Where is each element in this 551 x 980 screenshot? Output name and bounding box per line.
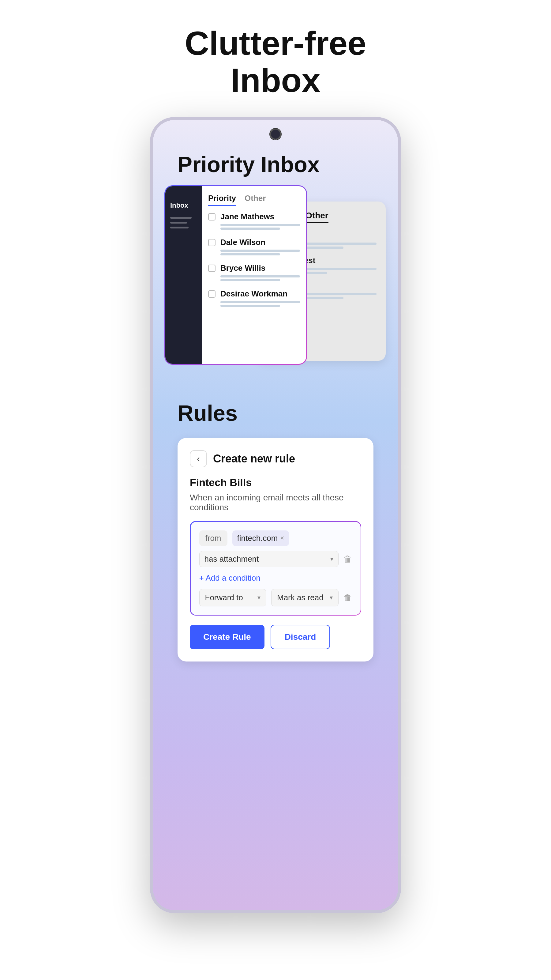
line-decoration bbox=[221, 279, 280, 281]
line-decoration bbox=[221, 228, 280, 230]
rule-card-header: ‹ Create new rule bbox=[190, 450, 361, 467]
condition-row: from fintech.com × has attachment ▾ 🗑 bbox=[199, 530, 352, 567]
rule-name: Fintech Bills bbox=[190, 477, 361, 488]
email-checkbox[interactable] bbox=[208, 239, 216, 246]
sidebar-line bbox=[170, 227, 189, 229]
create-rule-title: Create new rule bbox=[213, 452, 295, 465]
line-decoration bbox=[221, 305, 280, 307]
has-attachment-dropdown[interactable]: has attachment ▾ bbox=[199, 551, 338, 567]
line-decoration bbox=[221, 224, 300, 226]
list-item: Bryce Willis bbox=[208, 263, 300, 281]
rule-action-buttons: Create Rule Discard bbox=[190, 625, 361, 649]
section-priority-inbox-title: Priority Inbox bbox=[178, 152, 319, 177]
rules-section: Rules ‹ Create new rule Fintech Bills Wh… bbox=[153, 401, 398, 662]
tab-priority-front[interactable]: Priority bbox=[208, 194, 236, 206]
sidebar-line bbox=[170, 217, 192, 219]
tab-other-front[interactable]: Other bbox=[245, 194, 266, 206]
phone-frame: Priority Inbox Priority Other LinkedIn Q… bbox=[150, 117, 401, 913]
dropdown-arrow-icon: ▾ bbox=[257, 594, 260, 601]
email-checkbox[interactable] bbox=[208, 213, 216, 221]
front-card-content: Priority Other Jane Mathews bbox=[202, 186, 306, 364]
action-row: Forward to ▾ Mark as read ▾ 🗑 bbox=[199, 589, 352, 606]
from-label: from bbox=[199, 530, 227, 546]
sidebar-label-front: Inbox bbox=[170, 202, 188, 210]
forward-to-dropdown[interactable]: Forward to ▾ bbox=[199, 589, 267, 606]
front-card-sidebar: Inbox bbox=[165, 186, 202, 364]
line-decoration bbox=[221, 275, 300, 277]
dropdown-arrow-icon: ▾ bbox=[330, 594, 333, 601]
rule-description: When an incoming email meets all these c… bbox=[190, 493, 361, 512]
dropdown-arrow-icon: ▾ bbox=[330, 555, 333, 563]
conditions-box: from fintech.com × has attachment ▾ 🗑 bbox=[190, 521, 361, 616]
chevron-left-icon: ‹ bbox=[197, 454, 200, 464]
list-item: Jane Mathews bbox=[208, 212, 300, 230]
chip-remove-icon[interactable]: × bbox=[280, 534, 284, 542]
discard-button[interactable]: Discard bbox=[271, 625, 330, 649]
page-title: Clutter-free Inbox bbox=[185, 24, 367, 99]
back-button[interactable]: ‹ bbox=[190, 450, 207, 467]
priority-card-tabs: Priority Other bbox=[208, 194, 300, 206]
inbox-cards-area: Priority Other LinkedIn Quora digest bbox=[153, 186, 398, 382]
line-decoration bbox=[221, 250, 300, 252]
add-condition-link[interactable]: + Add a condition bbox=[199, 573, 352, 583]
email-checkbox[interactable] bbox=[208, 290, 216, 298]
mark-as-read-dropdown[interactable]: Mark as read ▾ bbox=[271, 589, 338, 606]
conditions-inner: from fintech.com × has attachment ▾ 🗑 bbox=[191, 522, 360, 615]
email-checkbox[interactable] bbox=[208, 265, 216, 272]
list-item: Desirae Workman bbox=[208, 289, 300, 307]
line-decoration bbox=[221, 301, 300, 303]
chip-fintech[interactable]: fintech.com × bbox=[232, 530, 289, 546]
sidebar-line bbox=[170, 222, 187, 224]
delete-action-icon[interactable]: 🗑 bbox=[343, 593, 352, 603]
rule-card: ‹ Create new rule Fintech Bills When an … bbox=[178, 438, 373, 662]
line-decoration bbox=[221, 253, 280, 255]
tab-other-back[interactable]: Other bbox=[305, 211, 329, 223]
delete-condition-icon[interactable]: 🗑 bbox=[343, 554, 352, 564]
create-rule-button[interactable]: Create Rule bbox=[190, 625, 265, 649]
phone-screen: Priority Inbox Priority Other LinkedIn Q… bbox=[153, 120, 398, 910]
list-item: Dale Wilson bbox=[208, 238, 300, 255]
sidebar-deco bbox=[170, 217, 192, 229]
camera bbox=[270, 129, 281, 140]
rules-title: Rules bbox=[178, 401, 373, 426]
